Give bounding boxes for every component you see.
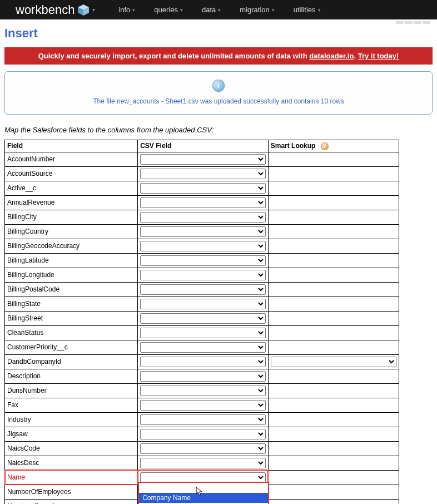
field-name-cell: DunsNumber xyxy=(5,383,138,398)
csv-field-cell xyxy=(138,325,269,340)
promo-link-dataloader[interactable]: dataloader.io xyxy=(309,52,354,60)
csv-field-select[interactable] xyxy=(140,458,266,468)
csv-field-cell xyxy=(138,398,269,412)
smart-lookup-cell xyxy=(268,441,399,456)
menu-utilities[interactable]: utilities▾ xyxy=(294,6,321,14)
field-name-cell: Jigsaw xyxy=(5,427,138,441)
header-csv-field: CSV Field xyxy=(138,140,269,152)
csv-field-select[interactable] xyxy=(140,313,266,324)
csv-field-dropdown[interactable]: Company NameWebsite URLPhone Number xyxy=(138,482,269,505)
smart-lookup-cell xyxy=(268,166,399,181)
csv-field-select[interactable] xyxy=(140,197,266,208)
csv-field-cell xyxy=(138,383,269,398)
smart-lookup-cell xyxy=(268,210,399,224)
table-row: BillingStreet xyxy=(5,311,399,325)
chevron-down-icon: ▾ xyxy=(180,7,183,13)
chevron-down-icon: ▾ xyxy=(318,7,321,13)
table-row: AnnualRevenue xyxy=(5,195,399,210)
smart-lookup-cell xyxy=(268,499,399,504)
dropdown-option[interactable] xyxy=(139,483,268,493)
csv-field-cell xyxy=(138,311,269,325)
menu-migration[interactable]: migration▾ xyxy=(240,6,274,14)
smart-lookup-select[interactable] xyxy=(271,357,396,367)
table-row: BillingCity xyxy=(5,210,399,224)
smart-lookup-cell xyxy=(268,485,399,499)
csv-field-select[interactable] xyxy=(140,241,266,251)
header-smart-lookup: Smart Lookup ? xyxy=(268,140,399,152)
chevron-down-icon: ▾ xyxy=(218,7,221,13)
csv-field-select[interactable] xyxy=(140,328,266,338)
csv-field-cell xyxy=(138,441,269,456)
field-name-cell: BillingState xyxy=(5,297,138,311)
mapping-instructions: Map the Salesforce fields to the columns… xyxy=(4,126,433,134)
csv-field-select[interactable] xyxy=(140,212,266,223)
csv-field-cell xyxy=(138,166,269,181)
menu-data[interactable]: data▾ xyxy=(202,6,221,14)
csv-field-select[interactable] xyxy=(140,299,266,309)
smart-lookup-cell xyxy=(268,412,399,427)
table-row: BillingGeocodeAccuracy xyxy=(5,239,399,253)
smart-lookup-cell xyxy=(268,456,399,470)
csv-field-cell xyxy=(138,224,269,239)
csv-field-select[interactable] xyxy=(140,414,266,425)
csv-field-select[interactable] xyxy=(140,400,266,411)
csv-field-select[interactable] xyxy=(140,429,266,439)
table-row: BillingCountry xyxy=(5,224,399,239)
field-name-cell: BillingPostalCode xyxy=(5,282,138,297)
help-icon[interactable]: ? xyxy=(321,142,329,150)
app-logo[interactable]: workbench ▾ xyxy=(0,3,102,17)
promo-link-cta[interactable]: Try it today! xyxy=(358,52,399,60)
csv-field-select[interactable] xyxy=(140,169,266,179)
badge xyxy=(414,21,421,24)
csv-field-select[interactable] xyxy=(140,284,266,295)
smart-lookup-cell xyxy=(268,282,399,297)
field-name-cell: Description xyxy=(5,369,138,383)
smart-lookup-cell xyxy=(268,224,399,239)
menu-info[interactable]: info▾ xyxy=(118,6,135,14)
csv-field-cell xyxy=(138,456,269,470)
smart-lookup-cell xyxy=(268,354,399,369)
smart-lookup-cell xyxy=(268,253,399,268)
smart-lookup-cell xyxy=(268,470,399,485)
top-navigation: workbench ▾ info▾ queries▾ data▾ migrati… xyxy=(0,0,437,19)
table-row: BillingLongitude xyxy=(5,268,399,282)
csv-field-select[interactable] xyxy=(140,386,266,396)
table-row: AccountSource xyxy=(5,166,399,181)
field-name-cell: BillingCountry xyxy=(5,224,138,239)
info-icon: i xyxy=(212,80,225,92)
menu-queries[interactable]: queries▾ xyxy=(154,6,183,14)
smart-lookup-cell xyxy=(268,427,399,441)
menu-label: info xyxy=(118,6,130,14)
csv-field-select[interactable] xyxy=(140,270,266,280)
badge xyxy=(423,21,430,24)
field-name-cell: BillingGeocodeAccuracy xyxy=(5,239,138,253)
csv-field-select[interactable] xyxy=(140,255,266,266)
chevron-down-icon: ▾ xyxy=(132,7,135,13)
csv-field-cell xyxy=(138,369,269,383)
header-badges xyxy=(0,19,437,24)
table-row: BillingLatitude xyxy=(5,253,399,268)
csv-field-select[interactable] xyxy=(140,226,266,237)
smart-lookup-cell xyxy=(268,297,399,311)
csv-field-select[interactable] xyxy=(140,154,266,165)
csv-field-cell xyxy=(138,210,269,224)
csv-field-select[interactable] xyxy=(140,371,266,382)
field-name-cell: Fax xyxy=(5,398,138,412)
field-name-cell: DandbCompanyId xyxy=(5,354,138,369)
menu-label: utilities xyxy=(294,6,316,14)
table-row: DunsNumber xyxy=(5,383,399,398)
csv-field-select[interactable] xyxy=(140,357,266,367)
csv-field-cell xyxy=(138,181,269,195)
table-row: Fax xyxy=(5,398,399,412)
field-name-cell: BillingLongitude xyxy=(5,268,138,282)
page-title: Insert xyxy=(4,26,433,41)
csv-field-cell xyxy=(138,195,269,210)
table-row: BillingPostalCode xyxy=(5,282,399,297)
dropdown-option[interactable]: Company Name xyxy=(139,493,268,503)
cube-icon xyxy=(77,3,90,17)
csv-field-select[interactable] xyxy=(140,443,266,454)
csv-field-select[interactable] xyxy=(140,183,266,194)
smart-lookup-cell xyxy=(268,181,399,195)
field-name-cell: AccountSource xyxy=(5,166,138,181)
csv-field-select[interactable] xyxy=(140,342,266,353)
